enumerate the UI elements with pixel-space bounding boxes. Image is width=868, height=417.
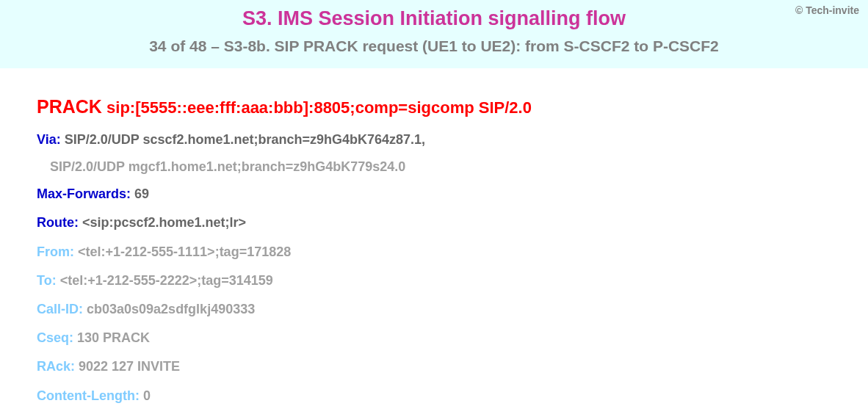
sip-header-row: Route: <sip:pcscf2.home1.net;lr> — [37, 214, 831, 232]
sip-header-value: <sip:pcscf2.home1.net;lr> — [82, 215, 246, 230]
page-title: S3. IMS Session Initiation signalling fl… — [15, 7, 853, 30]
sip-header-value: 130 PRACK — [77, 330, 150, 345]
sip-header-row: Via: SIP/2.0/UDP scscf2.home1.net;branch… — [37, 131, 831, 149]
sip-header-key: To: — [37, 273, 60, 288]
sip-header-key: Via: — [37, 132, 65, 147]
sip-header-key: Cseq: — [37, 330, 77, 345]
sip-header-row: RAck: 9022 127 INVITE — [37, 358, 831, 376]
sip-header-continuation: SIP/2.0/UDP mgcf1.home1.net;branch=z9hG4… — [50, 159, 831, 175]
sip-header-row: Call-ID: cb03a0s09a2sdfglkj490333 — [37, 300, 831, 319]
sip-headers-list: Via: SIP/2.0/UDP scscf2.home1.net;branch… — [37, 131, 831, 405]
sip-header-row: Content-Length: 0 — [37, 387, 831, 405]
sip-request-uri: sip:[5555::eee:fff:aaa:bbb]:8805;comp=si… — [106, 98, 532, 117]
sip-header-key: Route: — [37, 215, 82, 230]
sip-method: PRACK — [37, 96, 102, 117]
sip-header-row: Max-Forwards: 69 — [37, 185, 831, 203]
sip-header-value: 0 — [143, 388, 151, 403]
sip-header-value: 69 — [134, 186, 149, 201]
sip-header-row: From: <tel:+1-212-555-1111>;tag=171828 — [37, 243, 831, 261]
page-subtitle: 34 of 48 – S3-8b. SIP PRACK request (UE1… — [15, 37, 853, 55]
sip-header-row: Cseq: 130 PRACK — [37, 329, 831, 347]
sip-header-key: Call-ID: — [37, 302, 87, 316]
sip-header-value: <tel:+1-212-555-2222>;tag=314159 — [60, 273, 273, 288]
sip-request-line: PRACK sip:[5555::eee:fff:aaa:bbb]:8805;c… — [37, 96, 831, 117]
sip-header-value: SIP/2.0/UDP scscf2.home1.net;branch=z9hG… — [65, 132, 425, 147]
sip-message-block: PRACK sip:[5555::eee:fff:aaa:bbb]:8805;c… — [0, 68, 868, 417]
sip-header-key: Max-Forwards: — [37, 186, 134, 201]
header-banner: © Tech-invite S3. IMS Session Initiation… — [0, 0, 868, 68]
sip-header-value: cb03a0s09a2sdfglkj490333 — [87, 302, 255, 316]
copyright-label: © Tech-invite — [795, 4, 859, 16]
sip-header-key: RAck: — [37, 359, 79, 374]
sip-header-key: From: — [37, 244, 78, 259]
sip-header-value: <tel:+1-212-555-1111>;tag=171828 — [78, 244, 291, 259]
sip-header-key: Content-Length: — [37, 388, 143, 403]
sip-header-value: 9022 127 INVITE — [79, 359, 180, 374]
sip-header-row: To: <tel:+1-212-555-2222>;tag=314159 — [37, 272, 831, 290]
